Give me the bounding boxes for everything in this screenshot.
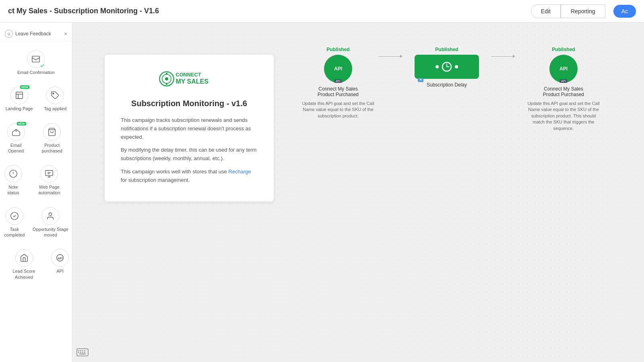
node1-circle[interactable]: API API: [324, 55, 352, 83]
sidebar-pair-2: NEW Landing Page Tag applied: [0, 81, 72, 117]
feedback-left: ☺ Leave Feedback: [5, 30, 51, 38]
sidebar-item-lead-score-achieved[interactable]: Lead Score Achieved: [0, 245, 48, 284]
svg-point-11: [49, 213, 52, 216]
svg-rect-32: [84, 352, 85, 353]
arrow1-line: [378, 56, 400, 57]
opportunity-stage-moved-label: Opportunity Stage moved: [32, 226, 69, 238]
svg-rect-26: [80, 350, 81, 351]
web-page-automation-icon: [40, 165, 58, 183]
node3-status-label: Published: [552, 47, 575, 52]
node2-name: Subscription Delay: [427, 82, 467, 88]
tag-applied-icon: [46, 86, 64, 104]
task-completed-icon: [6, 207, 23, 225]
feedback-icon: ☺: [5, 30, 13, 38]
sidebar: ☺ Leave Feedback × Email Confirmation NE…: [0, 23, 72, 362]
svg-rect-0: [32, 56, 39, 62]
panel-desc2: By modifying the delay timer, this can b…: [121, 146, 258, 163]
node3-desc: Update this API goal and set the Call Na…: [527, 101, 600, 132]
sidebar-pair-6: Lead Score Achieved API API: [0, 243, 72, 286]
svg-point-2: [53, 93, 54, 94]
panel-body: This campaign tracks subscription renewa…: [121, 116, 258, 185]
api-label: API: [56, 268, 64, 274]
landing-page-label: Landing Page: [6, 106, 33, 111]
flow-node-3[interactable]: Published API API Connect My SalesProduc…: [515, 47, 612, 132]
flow-arrow-1: [378, 55, 402, 58]
email-opened-icon: NEW: [7, 123, 25, 141]
web-page-automation-label: Web Page automation: [30, 184, 69, 196]
product-purchased-icon: [43, 123, 61, 141]
email-confirmation-label: Email Confirmation: [17, 70, 55, 75]
sidebar-item-landing-page[interactable]: NEW Landing Page: [2, 82, 36, 115]
svg-text:MY SALES: MY SALES: [175, 78, 208, 85]
arrow2-line: [491, 56, 513, 57]
header-actions: Edit Reporting Ac: [531, 4, 636, 18]
svg-point-16: [165, 77, 168, 80]
svg-rect-31: [82, 352, 83, 353]
connect-my-sales-logo: CONNECT MY SALES: [157, 67, 221, 91]
svg-rect-33: [79, 354, 86, 354]
svg-rect-30: [80, 352, 81, 353]
sidebar-item-note-status[interactable]: Note status: [0, 161, 27, 200]
svg-rect-27: [82, 350, 83, 351]
sidebar-item-email-confirmation[interactable]: Email Confirmation: [14, 46, 58, 79]
main-canvas: CONNECT MY SALES Subscription Monitoring…: [72, 23, 644, 362]
sidebar-item-api[interactable]: API API: [48, 245, 72, 284]
svg-point-17: [166, 73, 168, 75]
sidebar-pair-5: Task completed Opportunity Stage moved: [0, 202, 72, 244]
node3-icon-label: API: [559, 66, 568, 72]
opportunity-stage-moved-icon: [41, 207, 59, 225]
panel-desc1: This campaign tracks subscription renewa…: [121, 116, 258, 141]
logo-area: CONNECT MY SALES: [121, 67, 258, 91]
node3-name: Connect My SalesProduct Purchased: [543, 86, 584, 97]
email-check-icon: [27, 50, 45, 68]
svg-rect-25: [78, 350, 79, 351]
node3-circle[interactable]: API API: [549, 55, 578, 83]
node2-badge: ⚑: [418, 78, 423, 82]
flow-node-2[interactable]: Published ⚑ Subscription Delay: [402, 47, 491, 88]
keyboard-icon: [76, 348, 89, 356]
note-status-icon: [4, 165, 22, 183]
landing-page-icon: NEW: [10, 86, 28, 104]
reporting-button[interactable]: Reporting: [561, 4, 605, 18]
edit-button[interactable]: Edit: [531, 4, 561, 18]
svg-rect-29: [78, 352, 79, 353]
task-completed-label: Task completed: [3, 226, 26, 238]
note-status-label: Note status: [3, 184, 23, 196]
info-panel: CONNECT MY SALES Subscription Monitoring…: [105, 55, 274, 202]
sidebar-item-email-opened[interactable]: NEW Email Opened: [0, 119, 32, 158]
api-icon: API: [51, 249, 69, 267]
panel-desc3-suffix: for subscription management.: [121, 177, 190, 183]
node1-desc: Update this API goal and set the Call Na…: [302, 101, 374, 119]
sidebar-pair-3: NEW Email Opened Product purchased: [0, 117, 72, 160]
node1-badge: API: [334, 79, 342, 83]
sidebar-item-product-purchased[interactable]: Product purchased: [32, 119, 72, 158]
email-opened-label: Email Opened: [3, 142, 29, 154]
node1-icon-label: API: [334, 66, 342, 72]
close-icon[interactable]: ×: [64, 31, 67, 37]
account-button[interactable]: Ac: [613, 5, 636, 18]
flow-node-1[interactable]: Published API API Connect My SalesProduc…: [298, 47, 378, 119]
svg-rect-7: [45, 171, 53, 176]
page-title: ct My Sales - Subscription Monitoring - …: [8, 7, 159, 15]
sidebar-item-opportunity-stage-moved[interactable]: Opportunity Stage moved: [29, 203, 72, 242]
svg-text:CONNECT: CONNECT: [175, 72, 201, 78]
sidebar-item-task-completed[interactable]: Task completed: [0, 203, 29, 242]
node2-delay-box[interactable]: ⚑: [415, 55, 479, 79]
keyboard-icon-wrap[interactable]: [76, 348, 89, 358]
svg-rect-28: [84, 350, 85, 351]
svg-point-18: [166, 83, 168, 85]
delay-clock-icon: [441, 61, 452, 72]
panel-desc3: This campaign works well with stores tha…: [121, 168, 258, 185]
sidebar-item-tag-applied[interactable]: Tag applied: [41, 82, 70, 115]
sidebar-pair-4: Note status Web Page automation: [0, 159, 72, 202]
sidebar-item-web-page-automation[interactable]: Web Page automation: [27, 161, 72, 200]
panel-title: Subscription Monitoring - v1.6: [121, 99, 258, 108]
tag-applied-label: Tag applied: [44, 106, 66, 111]
node2-status-label: Published: [435, 47, 458, 52]
delay-dot-left: [436, 65, 439, 68]
product-purchased-label: Product purchased: [35, 142, 69, 154]
feedback-label: Leave Feedback: [15, 31, 51, 37]
recharge-link[interactable]: Recharge: [228, 169, 251, 175]
svg-rect-1: [16, 92, 23, 99]
feedback-bar: ☺ Leave Feedback ×: [0, 27, 72, 41]
